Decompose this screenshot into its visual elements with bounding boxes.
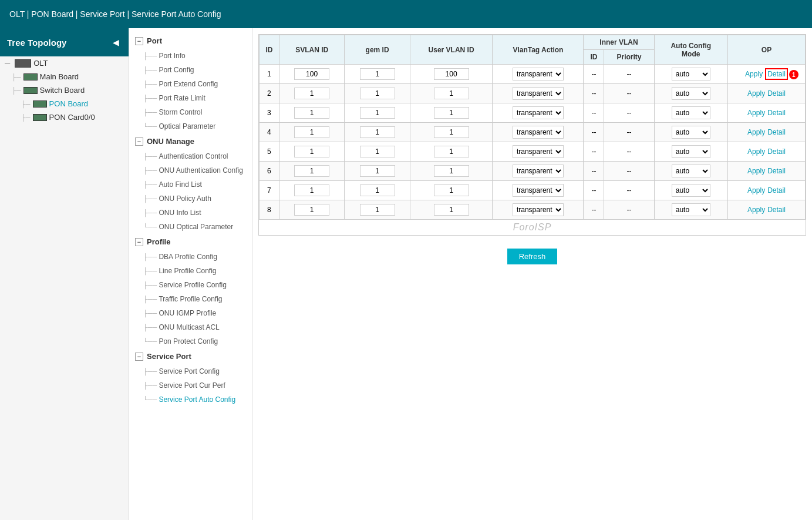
cell-id: 7 [260,181,279,200]
vlantag-select[interactable]: transparenttranslateadd-outer [513,68,564,80]
nav-section-header-onu-manage[interactable]: −ONU Manage [129,133,252,149]
tree-item-olt[interactable]: ─ OLT [0,56,129,70]
svlan-input[interactable] [294,184,329,196]
nav-link-storm-control[interactable]: Storm Control [129,105,252,119]
nav-link-service-port-cur-perf[interactable]: Service Port Cur Perf [129,378,252,392]
apply-link[interactable]: Apply [747,128,765,136]
uservlan-input[interactable] [434,107,469,119]
detail-link[interactable]: Detail [767,167,786,175]
nav-link-line-profile-config[interactable]: Line Profile Config [129,264,252,278]
gem-input[interactable] [360,107,395,119]
apply-link[interactable]: Apply [747,89,765,98]
nav-link-authentication-control[interactable]: Authentication Control [129,149,252,163]
nav-section-header-profile[interactable]: −Profile [129,234,252,250]
gem-input[interactable] [360,165,395,177]
col-svlan: SVLAN ID [279,35,344,65]
nav-section-header-service-port[interactable]: −Service Port [129,348,252,364]
sidebar-collapse-button[interactable]: ◀ [110,36,122,48]
tree-item-switch-board[interactable]: ├─ Switch Board [0,83,129,97]
nav-link-onu-authentication-config[interactable]: ONU Authentication Config [129,163,252,177]
col-gem: gem ID [345,35,410,65]
nav-link-traffic-profile-config[interactable]: Traffic Profile Config [129,292,252,306]
nav-section-header-port[interactable]: −Port [129,33,252,49]
nav-link-optical-parameter[interactable]: Optical Parameter [129,119,252,133]
gem-input[interactable] [360,146,395,157]
nav-link-port-config[interactable]: Port Config [129,63,252,77]
uservlan-input[interactable] [434,68,469,80]
nav-link-service-port-auto-config[interactable]: Service Port Auto Config [129,392,252,407]
mode-select[interactable]: automanual [672,87,710,100]
mode-select[interactable]: automanual [672,106,710,119]
gem-input[interactable] [360,204,395,216]
gem-input[interactable] [360,88,395,99]
vlantag-select[interactable]: transparenttranslateadd-outer [513,165,564,177]
nav-link-dba-profile-config[interactable]: DBA Profile Config [129,250,252,264]
vlantag-select[interactable]: transparenttranslateadd-outer [513,106,564,119]
detail-link[interactable]: Detail [767,109,786,117]
detail-link[interactable]: Detail [767,186,786,194]
gem-input[interactable] [360,184,395,196]
tree-item-pon-board[interactable]: ├─ PON Board [0,97,129,110]
apply-link[interactable]: Apply [747,167,765,175]
detail-link[interactable]: Detail [767,89,786,98]
uservlan-input[interactable] [434,88,469,99]
nav-link-service-profile-config[interactable]: Service Profile Config [129,278,252,292]
nav-link-port-rate-limit[interactable]: Port Rate Limit [129,91,252,105]
uservlan-input[interactable] [434,204,469,216]
svlan-input[interactable] [294,126,329,138]
uservlan-input[interactable] [434,165,469,177]
detail-link[interactable]: Detail [767,206,786,214]
nav-link-auto-find-list[interactable]: Auto Find List [129,177,252,192]
nav-link-onu-multicast-acl[interactable]: ONU Multicast ACL [129,320,252,334]
svlan-input[interactable] [294,107,329,119]
vlantag-select[interactable]: transparenttranslateadd-outer [513,184,564,197]
mode-select[interactable]: automanual [672,203,710,216]
mode-select[interactable]: automanual [672,68,710,80]
detail-link[interactable]: Detail [765,68,788,80]
tree-item-pon-card0/0[interactable]: ├─ PON Card0/0 [0,110,129,124]
svlan-input[interactable] [294,165,329,177]
apply-link[interactable]: Apply [747,206,765,214]
uservlan-input[interactable] [434,184,469,196]
gem-input[interactable] [360,68,395,80]
svlan-input[interactable] [294,68,329,80]
detail-link[interactable]: Detail [767,147,786,156]
mode-select[interactable]: automanual [672,165,710,177]
mode-select[interactable]: automanual [672,145,710,158]
uservlan-input[interactable] [434,126,469,138]
vlantag-select[interactable]: transparenttranslateadd-outer [513,145,564,158]
uservlan-input[interactable] [434,146,469,157]
apply-link[interactable]: Apply [747,109,765,117]
vlantag-select[interactable]: transparenttranslateadd-outer [513,126,564,139]
apply-link[interactable]: Apply [747,186,765,194]
nav-link-port-info[interactable]: Port Info [129,49,252,63]
minus-icon[interactable]: − [135,137,143,146]
minus-icon[interactable]: − [135,238,143,246]
gem-input[interactable] [360,126,395,138]
vlantag-select[interactable]: transparenttranslateadd-outer [513,203,564,216]
mode-select[interactable]: automanual [672,126,710,139]
nav-link-onu-optical-parameter[interactable]: ONU Optical Parameter [129,220,252,234]
vlantag-select[interactable]: transparenttranslateadd-outer [513,87,564,100]
svlan-input[interactable] [294,146,329,157]
svlan-input[interactable] [294,88,329,99]
minus-icon[interactable]: − [135,37,143,45]
sidebar: Tree Topology ◀ ─ OLT├─ Main Board├─ Swi… [0,28,129,520]
minus-icon[interactable]: − [135,353,143,361]
detail-link[interactable]: Detail [767,128,786,136]
nav-link-port-extend-config[interactable]: Port Extend Config [129,77,252,91]
nav-link-onu-info-list[interactable]: ONU Info List [129,206,252,220]
cell-mode: automanual [654,65,727,84]
nav-link-pon-protect-config[interactable]: Pon Protect Config [129,334,252,348]
apply-link[interactable]: Apply [747,147,765,156]
nav-link-onu-policy-auth[interactable]: ONU Policy Auth [129,192,252,206]
tree-item-main-board[interactable]: ├─ Main Board [0,70,129,83]
nav-link-onu-igmp-profile[interactable]: ONU IGMP Profile [129,306,252,320]
cell-gem [345,103,410,123]
col-inner-vlan: Inner VLAN [584,35,654,50]
refresh-button[interactable]: Refresh [507,249,558,264]
nav-link-service-port-config[interactable]: Service Port Config [129,364,252,378]
mode-select[interactable]: automanual [672,184,710,197]
svlan-input[interactable] [294,204,329,216]
apply-link[interactable]: Apply [745,70,763,78]
